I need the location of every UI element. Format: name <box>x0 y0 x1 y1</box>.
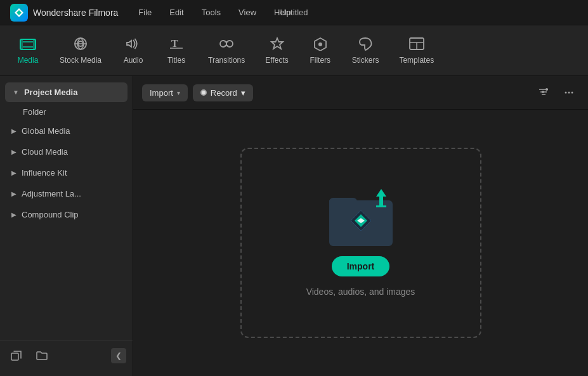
toolbar-stock-media[interactable]: Stock Media <box>51 32 110 70</box>
transitions-icon <box>218 37 235 53</box>
menu-view[interactable]: View <box>231 5 264 20</box>
app-name: Wondershare Filmora <box>33 8 118 18</box>
more-options-button[interactable] <box>559 82 579 103</box>
collapse-icon: ❮ <box>115 351 122 360</box>
sidebar-item-compound-clip[interactable]: ▶ Compound Clip <box>0 205 133 224</box>
adjustment-layer-arrow: ▶ <box>11 190 16 197</box>
project-media-label: Project Media <box>24 88 78 97</box>
sidebar-item-cloud-media[interactable]: ▶ Cloud Media <box>0 142 133 162</box>
content-toolbar-actions <box>533 82 579 103</box>
titlebar: Wondershare Filmora File Edit Tools View… <box>0 0 588 25</box>
toolbar-effects[interactable]: Effects <box>256 32 297 70</box>
compound-clip-arrow: ▶ <box>11 211 16 218</box>
record-button[interactable]: Record ▾ <box>193 84 253 101</box>
drop-zone[interactable]: Import Videos, audios, and images <box>240 148 481 338</box>
import-action-button[interactable]: Import <box>332 256 390 276</box>
import-chevron: ▾ <box>177 89 180 96</box>
record-dot-icon <box>200 89 207 96</box>
project-media-section[interactable]: ▼ Project Media <box>5 82 127 102</box>
adjustment-layer-label: Adjustment La... <box>22 189 81 198</box>
svg-marker-14 <box>271 38 283 49</box>
sidebar-footer: ❮ <box>0 340 133 371</box>
toolbar-media[interactable]: Media <box>8 32 48 70</box>
toolbar: Media Stock Media Audio T <box>0 25 588 76</box>
media-label: Media <box>18 56 39 65</box>
record-chevron: ▾ <box>241 88 245 98</box>
import-action-label: Import <box>347 261 375 271</box>
folder-item[interactable]: Folder <box>0 103 133 120</box>
effects-icon <box>269 37 285 53</box>
sidebar-item-global-media[interactable]: ▶ Global Media <box>0 121 133 141</box>
drop-zone-wrapper: Import Videos, audios, and images <box>133 110 588 376</box>
toolbar-audio[interactable]: Audio <box>113 32 154 70</box>
influence-kit-label: Influence Kit <box>22 168 67 178</box>
titles-label: Titles <box>167 56 185 65</box>
menu-edit[interactable]: Edit <box>162 5 191 20</box>
menu-bar: File Edit Tools View Help <box>131 5 578 20</box>
audio-icon <box>125 37 141 53</box>
filter-sort-button[interactable] <box>533 82 554 103</box>
import-label: Import <box>150 88 173 98</box>
cloud-media-label: Cloud Media <box>22 147 68 157</box>
influence-kit-arrow: ▶ <box>11 169 16 176</box>
stock-media-label: Stock Media <box>60 56 101 65</box>
sidebar-item-influence-kit[interactable]: ▶ Influence Kit <box>0 163 133 183</box>
download-arrow-icon <box>372 189 390 211</box>
templates-label: Templates <box>399 56 434 65</box>
document-title: Untitled <box>280 8 308 17</box>
menu-tools[interactable]: Tools <box>194 5 228 20</box>
sidebar: ▼ Project Media Folder ▶ Global Media ▶ … <box>0 76 133 376</box>
effects-label: Effects <box>265 56 288 65</box>
folder-label: Folder <box>23 107 46 117</box>
svg-rect-3 <box>20 39 23 49</box>
menu-file[interactable]: File <box>131 5 159 20</box>
svg-point-28 <box>572 92 573 94</box>
svg-text:T: T <box>171 38 178 49</box>
cloud-media-arrow: ▶ <box>11 148 16 155</box>
filters-icon <box>312 37 329 53</box>
toolbar-filters[interactable]: Filters <box>300 32 341 70</box>
record-label: Record <box>211 88 237 98</box>
drop-zone-icon <box>329 189 393 246</box>
filters-label: Filters <box>310 56 330 65</box>
logo-icon <box>10 4 28 22</box>
toolbar-transitions[interactable]: Transitions <box>199 32 254 70</box>
content-area: Import ▾ Record ▾ <box>133 76 588 376</box>
main-area: ▼ Project Media Folder ▶ Global Media ▶ … <box>0 76 588 376</box>
stickers-icon <box>357 37 374 53</box>
global-media-label: Global Media <box>22 126 70 136</box>
media-icon <box>20 37 36 53</box>
svg-marker-32 <box>376 189 386 202</box>
toolbar-titles[interactable]: T Titles <box>156 32 197 70</box>
stickers-label: Stickers <box>352 56 379 65</box>
svg-point-27 <box>568 92 570 94</box>
project-media-arrow: ▼ <box>13 89 19 96</box>
svg-point-25 <box>542 91 544 93</box>
svg-rect-4 <box>33 39 36 49</box>
sidebar-item-adjustment-layer[interactable]: ▶ Adjustment La... <box>0 184 133 204</box>
titles-icon: T <box>168 37 185 53</box>
drop-zone-description: Videos, audios, and images <box>306 287 415 297</box>
svg-point-24 <box>546 88 548 91</box>
svg-rect-20 <box>11 353 18 360</box>
templates-icon <box>408 37 425 53</box>
audio-label: Audio <box>124 56 143 65</box>
content-toolbar: Import ▾ Record ▾ <box>133 76 588 110</box>
toolbar-templates[interactable]: Templates <box>390 32 443 70</box>
app-logo: Wondershare Filmora <box>10 4 118 22</box>
new-folder-button[interactable] <box>32 346 52 366</box>
compound-clip-label: Compound Clip <box>22 210 79 219</box>
collapse-sidebar-button[interactable]: ❮ <box>111 348 126 363</box>
global-media-arrow: ▶ <box>11 127 16 134</box>
svg-point-16 <box>318 42 322 46</box>
svg-rect-34 <box>376 205 386 207</box>
import-button[interactable]: Import ▾ <box>142 84 188 101</box>
svg-point-26 <box>565 92 567 94</box>
new-sequence-button[interactable] <box>6 346 27 366</box>
filmora-diamond-icon <box>347 207 375 235</box>
toolbar-stickers[interactable]: Stickers <box>343 32 388 70</box>
stock-media-icon <box>72 37 89 53</box>
transitions-label: Transitions <box>208 56 245 65</box>
